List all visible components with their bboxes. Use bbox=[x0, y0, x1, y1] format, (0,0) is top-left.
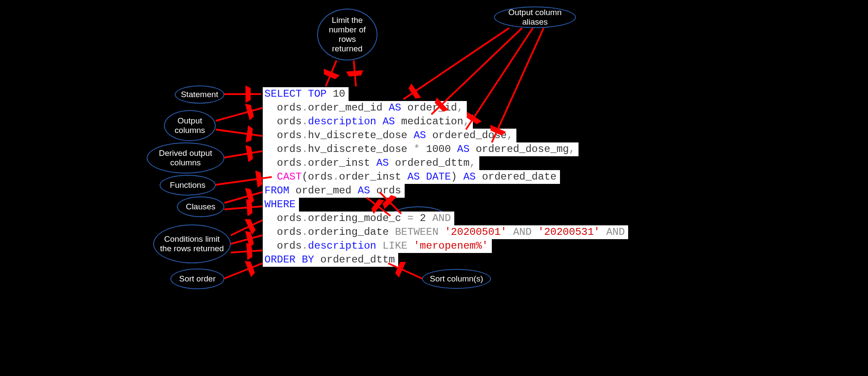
aliases-text: Output columnaliases bbox=[508, 8, 562, 27]
derived-bubble: Derived outputcolumns bbox=[147, 142, 224, 174]
sql-code: SELECT TOP 10 ords.order_med_id AS order… bbox=[263, 87, 628, 267]
svg-line-0 bbox=[326, 60, 337, 86]
sql-line-10: ords.ordering_mode_c = 2 AND bbox=[263, 212, 454, 225]
svg-line-9 bbox=[224, 151, 262, 158]
sort-bubble: Sort order bbox=[170, 269, 224, 289]
statement-text: Statement bbox=[181, 90, 218, 99]
aliases-bubble: Output columnaliases bbox=[494, 6, 576, 28]
svg-line-7 bbox=[216, 108, 262, 121]
sortcol-bubble: Sort column(s) bbox=[422, 269, 491, 289]
limit-text: Limit thenumber of rowsreturned bbox=[321, 16, 374, 53]
clauses-bubble: Clauses bbox=[177, 196, 224, 217]
statement-bubble: Statement bbox=[175, 85, 224, 104]
sql-line-7: CAST(ords.order_inst AS DATE) AS ordered… bbox=[263, 170, 560, 184]
svg-line-12 bbox=[224, 206, 262, 209]
sql-line-5: ords.hv_discrete_dose * 1000 AS ordered_… bbox=[263, 142, 579, 156]
sql-line-3: ords.description AS medication, bbox=[263, 115, 473, 129]
sql-line-1: SELECT TOP 10 bbox=[263, 87, 349, 101]
sortcol-text: Sort column(s) bbox=[430, 274, 483, 284]
sql-line-9: WHERE bbox=[263, 198, 299, 212]
sql-line-6: ords.order_inst AS ordered_dttm, bbox=[263, 156, 479, 170]
sql-line-13: ORDER BY ordered_dttm bbox=[263, 253, 398, 267]
derived-text: Derived outputcolumns bbox=[159, 149, 212, 167]
svg-line-11 bbox=[224, 192, 262, 203]
sql-line-11: ords.ordering_date BETWEEN '20200501' AN… bbox=[263, 225, 628, 239]
svg-line-17 bbox=[231, 250, 262, 253]
svg-line-1 bbox=[354, 60, 356, 86]
svg-line-15 bbox=[231, 220, 262, 235]
svg-line-16 bbox=[231, 235, 262, 244]
diagram-canvas: Limit thenumber of rowsreturned Output c… bbox=[0, 0, 868, 376]
conditions-bubble: Conditions limitthe rows returned bbox=[153, 224, 231, 263]
sql-line-8: FROM order_med AS ords bbox=[263, 184, 405, 198]
columns-bubble: Outputcolumns bbox=[164, 110, 216, 141]
functions-text: Functions bbox=[170, 180, 205, 190]
columns-text: Outputcolumns bbox=[175, 116, 205, 135]
svg-line-18 bbox=[224, 263, 262, 278]
sql-line-12: ords.description LIKE 'meropenem%' bbox=[263, 239, 492, 253]
sql-line-4: ords.hv_discrete_dose AS ordered_dose, bbox=[263, 129, 516, 142]
conditions-text: Conditions limitthe rows returned bbox=[160, 234, 224, 253]
clauses-text: Clauses bbox=[186, 202, 216, 212]
limit-bubble: Limit thenumber of rowsreturned bbox=[317, 9, 377, 60]
sql-line-2: ords.order_med_id AS order_id, bbox=[263, 101, 467, 115]
functions-bubble: Functions bbox=[160, 175, 216, 196]
svg-line-8 bbox=[216, 130, 262, 136]
sort-text: Sort order bbox=[179, 274, 215, 284]
